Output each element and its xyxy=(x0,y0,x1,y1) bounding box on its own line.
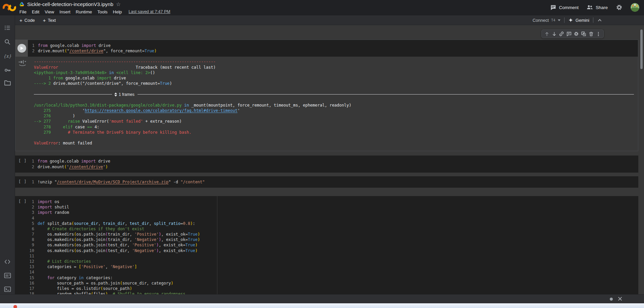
code-token: google.colab xyxy=(63,76,97,80)
move-cell-up-icon[interactable] xyxy=(543,31,550,37)
last-saved-link[interactable]: Last saved at 7:47 PM xyxy=(128,9,170,14)
move-cell-down-icon[interactable] xyxy=(551,31,557,37)
expand-frames-icon[interactable] xyxy=(114,93,117,97)
code-token: categories: xyxy=(84,275,113,280)
menu-insert[interactable]: Insert xyxy=(57,9,73,14)
code-line: 1from google.colab import drive xyxy=(15,159,638,164)
notebook-filename[interactable]: Sickle-cell-detection-inceptionV3.ipynb xyxy=(27,1,113,7)
code-line: 1from google.colab import drive xyxy=(15,43,638,48)
vertical-scrollbar-thumb[interactable] xyxy=(640,29,643,69)
code-token: ( xyxy=(74,243,76,247)
inline-link[interactable]: /content/drive/MyDrive/SCD_Project/archi… xyxy=(57,180,168,184)
code-token: ) xyxy=(198,237,200,242)
output-line: 1 from google.colab import drive xyxy=(34,75,638,81)
code-token: , exist_ok= xyxy=(161,232,188,237)
code-token: category xyxy=(55,275,79,280)
menu-runtime[interactable]: Runtime xyxy=(73,9,95,14)
code-token xyxy=(51,119,68,124)
terminal-icon[interactable] xyxy=(3,285,12,294)
line-number: 15 xyxy=(15,275,38,281)
code-token: --> 277 xyxy=(34,119,51,124)
gemini-button[interactable]: Gemini xyxy=(568,18,589,23)
files-folder-icon[interactable] xyxy=(3,78,12,87)
variables-icon[interactable]: {x} xyxy=(3,51,12,61)
colab-logo[interactable] xyxy=(3,3,16,12)
connect-button[interactable]: Connect T4 xyxy=(533,18,560,23)
line-number: 2 xyxy=(15,164,38,170)
frames-count-label[interactable]: 1 frames xyxy=(119,92,135,97)
code-token: in xyxy=(182,103,192,108)
drive-icon xyxy=(19,2,24,7)
code-token: from xyxy=(53,76,63,80)
code-cell-split-data-function[interactable]: [ ]1import os2import shutil3import rando… xyxy=(15,196,638,294)
search-icon[interactable] xyxy=(3,37,12,47)
code-line: 8 os.makedirs(os.path.join(train_dir, 'N… xyxy=(15,237,638,242)
code-token: drive xyxy=(111,76,126,80)
delete-cell-icon[interactable] xyxy=(588,31,594,37)
code-token: 'mount failed' xyxy=(109,119,143,124)
code-token: source_dir xyxy=(74,221,98,226)
comment-button[interactable]: Comment xyxy=(550,5,579,10)
cell-toolbar xyxy=(541,29,604,38)
code-token: ValueError( xyxy=(80,119,109,124)
table-of-contents-icon[interactable] xyxy=(3,23,12,33)
secrets-key-icon[interactable] xyxy=(3,65,12,74)
code-token: shutil xyxy=(55,205,69,209)
code-token: -d xyxy=(171,180,180,184)
user-avatar[interactable] xyxy=(631,3,639,12)
inline-link[interactable]: https://research.google.com/colaboratory… xyxy=(85,108,237,113)
code-line: 12 # List directories xyxy=(15,259,638,264)
collapse-header-button[interactable] xyxy=(597,17,602,23)
code-token: google.colab xyxy=(50,159,81,164)
close-icon[interactable] xyxy=(618,296,623,301)
mirror-cell-icon[interactable] xyxy=(580,31,587,37)
code-token: case xyxy=(73,125,87,129)
line-number: 1 xyxy=(15,159,38,164)
code-token: 'Positive' xyxy=(81,264,105,269)
code-line: 5def split_data(source_dir, train_dir, t… xyxy=(15,221,638,226)
more-cell-actions-icon[interactable] xyxy=(595,31,602,37)
code-token: source_path = os.path.join xyxy=(38,281,120,286)
code-token: , xyxy=(105,264,110,269)
code-line: 4 xyxy=(15,215,638,221)
copy-link-to-cell-icon[interactable] xyxy=(558,31,565,37)
command-palette-icon[interactable] xyxy=(3,271,12,280)
code-token: random xyxy=(55,210,69,215)
code-editor[interactable]: 1from google.colab import drive2drive.mo… xyxy=(15,40,638,57)
settings-icon[interactable] xyxy=(616,4,623,11)
inline-link[interactable]: /content/drive xyxy=(69,165,103,169)
code-token: random.shuffle xyxy=(38,292,91,294)
code-token: ( xyxy=(120,281,122,286)
menu-help[interactable]: Help xyxy=(110,9,125,14)
menu-view[interactable]: View xyxy=(42,9,57,14)
add-text-button[interactable]: + Text xyxy=(43,17,56,23)
accelerator-badge: T4 xyxy=(551,18,555,22)
add-comment-icon[interactable] xyxy=(566,31,572,37)
share-button[interactable]: Share xyxy=(587,5,608,10)
output-line xyxy=(34,135,638,140)
line-number: 11 xyxy=(15,253,38,259)
star-icon[interactable]: ☆ xyxy=(116,2,121,7)
add-code-button[interactable]: + Code xyxy=(19,17,35,23)
menu-edit[interactable]: Edit xyxy=(29,9,42,14)
code-editor[interactable]: 1import os2import shutil3import random4 … xyxy=(15,196,638,294)
output-actions-icon[interactable] xyxy=(18,59,27,66)
code-token: # Shuffle to ensure randomness xyxy=(113,292,185,294)
menu-file[interactable]: File xyxy=(17,9,29,14)
inline-link[interactable]: /content/drive xyxy=(69,49,103,53)
code-cell-unzip-archive[interactable]: [ ]1!unzip "/content/drive/MyDrive/SCD_P… xyxy=(15,176,638,188)
code-snippets-icon[interactable] xyxy=(3,257,12,266)
triangle-up xyxy=(114,93,117,94)
code-cell-drive-mount[interactable]: [ ]1from google.colab import drive2drive… xyxy=(15,156,638,172)
cell-settings-gear-icon[interactable] xyxy=(573,31,580,37)
code-editor[interactable]: 1!unzip "/content/drive/MyDrive/SCD_Proj… xyxy=(15,176,638,188)
menu-tools[interactable]: Tools xyxy=(95,9,110,14)
code-token: os.makedirs xyxy=(38,237,74,242)
code-editor[interactable]: 1from google.colab import drive2drive.mo… xyxy=(15,156,638,172)
code-token: ValueError xyxy=(34,65,58,70)
notebook-scroll-area[interactable]: 1from google.colab import drive2drive.mo… xyxy=(15,25,644,294)
comment-icon xyxy=(550,5,556,10)
code-token: ' xyxy=(67,165,69,169)
code-cell-drive-mount-force-remount[interactable]: 1from google.colab import drive2drive.mo… xyxy=(15,40,638,57)
left-sidebar: {x} xyxy=(0,15,15,294)
